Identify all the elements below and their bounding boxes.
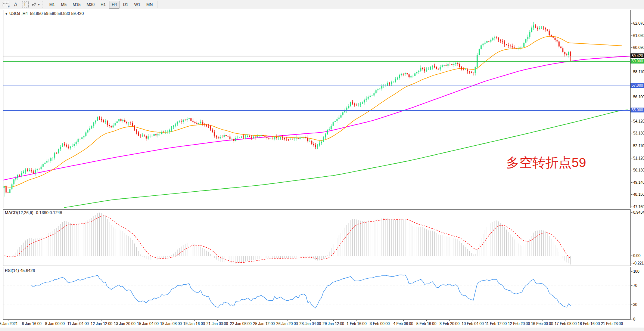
time-axis-label: 16 Feb 00:00 — [531, 322, 553, 326]
time-axis-label: 21 Feb 23:00 — [601, 322, 623, 326]
time-axis-label: 8 Feb 20:00 — [439, 322, 459, 326]
time-axis-label: 28 Jan 04:00 — [299, 322, 321, 326]
macd-signal-line — [4, 216, 571, 263]
time-axis-label: 10 Feb 04:00 — [462, 322, 484, 326]
time-axis-label: 15 Jan 04:00 — [137, 322, 159, 326]
macd-label: MACD(12,26,9) -0.1360 0.1248 — [5, 210, 62, 215]
time-axis-label: 17 Feb 08:00 — [555, 322, 577, 326]
time-axis-tick — [357, 320, 357, 321]
price-axis-label: 56.100 — [633, 95, 644, 99]
timeframe-M1[interactable]: M1 — [47, 1, 57, 9]
time-axis-tick — [217, 320, 218, 321]
price-axis-label: 62.070 — [633, 21, 644, 25]
time-axis-label: 5 Feb 16:00 — [416, 322, 436, 326]
time-axis-label: 26 Jan 20:00 — [276, 322, 298, 326]
timeframe-M15[interactable]: M15 — [70, 1, 83, 9]
chart-title: ▼USOil-,H4 58.850 59.590 58.830 59.420 — [5, 11, 84, 16]
timeframe-M30[interactable]: M30 — [84, 1, 97, 9]
arrows-icon-glyph — [31, 2, 37, 7]
time-axis-label: 6 Jan 16:00 — [22, 322, 41, 326]
status-bar — [0, 328, 644, 331]
timeframe-W1[interactable]: W1 — [131, 1, 143, 9]
price-axis-label: 52.110 — [633, 144, 644, 148]
fibonacci-icon[interactable]: F — [2, 1, 10, 8]
toolbar-grip — [43, 1, 44, 8]
text-label-icon[interactable]: A — [12, 1, 20, 8]
time-axis-tick — [612, 320, 612, 321]
price-axis-label: 58.110 — [633, 70, 644, 74]
price-axis-tick — [631, 170, 632, 170]
chevron-down-icon: ▼ — [37, 3, 40, 6]
time-axis-tick — [566, 320, 566, 321]
time-axis-label: 11 Feb 12:00 — [485, 322, 507, 326]
blue-level-badge-57: 57.000 — [631, 83, 644, 88]
text-icon[interactable]: T — [21, 1, 29, 8]
time-axis-tick — [519, 320, 519, 321]
macd-axis-tick — [631, 256, 632, 256]
annotation-text: 多空转折点59 — [506, 154, 586, 171]
time-axis-label: 18 Jan 08:00 — [160, 322, 182, 326]
time-axis-tick — [171, 320, 171, 321]
price-axis-tick — [631, 121, 632, 121]
time-axis-label: 8 Jan 00:00 — [45, 322, 65, 326]
fibonacci-icon-glyph: F — [3, 2, 9, 7]
current-price-badge: 59.420 — [631, 53, 644, 58]
time-axis-label: 3 Feb 00:00 — [370, 322, 389, 326]
macd-axis-tick — [631, 263, 632, 263]
time-axis-label: 18 Feb 16:00 — [578, 322, 600, 326]
price-axis-tick — [631, 133, 632, 133]
price-axis-label: 54.120 — [633, 119, 644, 123]
price-axis-tick — [631, 23, 632, 24]
price-axis-label: 48.150 — [633, 192, 644, 197]
time-axis-label: 25 Jan 12:00 — [253, 322, 275, 326]
macd-axis-label: 0.00 — [633, 254, 640, 258]
macd-axis-label: -0.2213 — [633, 261, 644, 265]
time-axis-tick — [55, 320, 55, 321]
chart-ohlc-values: 58.850 59.590 58.830 59.420 — [30, 11, 84, 16]
text-icon-glyph: T — [22, 1, 29, 7]
time-axis-tick — [102, 320, 102, 321]
time-axis-tick — [78, 320, 78, 321]
time-axis-label: 13 Jan 20:00 — [114, 322, 136, 326]
rsi-axis-tick — [631, 271, 632, 272]
price-axis-tick — [631, 35, 632, 36]
time-axis-tick — [426, 320, 427, 321]
timeframe-M5[interactable]: M5 — [58, 1, 69, 9]
price-axis-label: 47.160 — [633, 205, 644, 209]
time-axis-tick — [194, 320, 195, 321]
time-axis-tick — [148, 320, 148, 321]
arrows-icon[interactable]: ▼ — [31, 1, 40, 8]
time-axis-tick — [241, 320, 241, 321]
toolbar-separator — [158, 1, 158, 8]
timeframe-D1[interactable]: D1 — [120, 1, 131, 9]
price-axis-label: 51.120 — [633, 156, 644, 160]
price-axis-tick — [631, 47, 632, 48]
time-axis-tick — [287, 320, 287, 321]
rsi-axis-label: 30 — [633, 303, 637, 307]
price-axis-tick — [631, 72, 632, 72]
blue-level-badge-55: 55.000 — [631, 108, 644, 112]
macd-indicator-pane[interactable] — [3, 209, 631, 266]
time-axis-tick — [589, 320, 589, 321]
macd-axis-tick — [631, 212, 632, 213]
time-axis-tick — [542, 320, 542, 321]
candles-group — [4, 22, 572, 197]
timeframe-H4[interactable]: H4 — [109, 1, 119, 9]
main-chart-pane[interactable] — [3, 10, 631, 208]
time-axis-tick — [264, 320, 264, 321]
timeframe-H1[interactable]: H1 — [98, 1, 108, 9]
timeframe-MN[interactable]: MN — [144, 1, 155, 9]
price-axis-label: 60.090 — [633, 46, 644, 50]
green-level-badge: 59.000 — [631, 59, 644, 64]
time-axis-label: 19 Jan 16:00 — [183, 322, 205, 326]
price-axis-label: 53.130 — [633, 131, 644, 135]
time-axis-tick — [32, 320, 32, 321]
macd-axis-label: 0.9434 — [633, 210, 644, 214]
time-axis-label: 21 Jan 00:00 — [206, 322, 228, 326]
rsi-line — [31, 275, 571, 308]
price-axis-tick — [631, 158, 632, 158]
price-axis-label: 50.130 — [633, 168, 644, 172]
time-axis-tick — [473, 320, 473, 321]
macd-histogram — [4, 213, 571, 265]
rsi-indicator-pane[interactable] — [3, 267, 631, 320]
